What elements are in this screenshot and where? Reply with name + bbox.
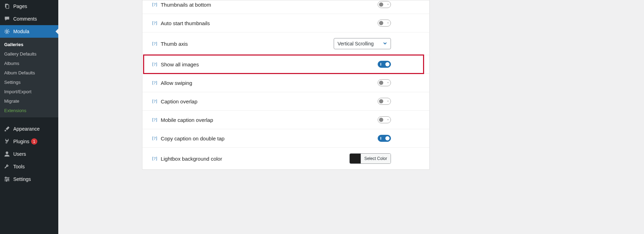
setting-label: Thumb axis (161, 41, 248, 47)
row-show-all-images: [?] Show all images (142, 55, 429, 74)
sidebar-item-label: Users (13, 151, 26, 157)
sidebar-item-plugins[interactable]: Plugins 1 (0, 135, 58, 148)
row-allow-swiping: [?] Allow swiping (142, 74, 429, 92)
show-all-images-toggle[interactable] (378, 61, 391, 68)
allow-swiping-toggle[interactable] (378, 79, 391, 86)
sidebar-item-tools[interactable]: Tools (0, 160, 58, 173)
help-icon[interactable]: [?] (152, 117, 157, 123)
svg-rect-5 (5, 177, 9, 178)
pages-icon (3, 3, 10, 10)
row-thumbnails-bottom: [?] Thumbnails at bottom (142, 0, 429, 14)
chevron-down-icon (383, 41, 387, 46)
submenu-item-gallery-defaults[interactable]: Gallery Defaults (0, 49, 58, 59)
modula-icon (3, 28, 10, 35)
sidebar-item-label: Tools (13, 164, 25, 169)
lightbox-bg-color-picker[interactable]: Select Color (349, 153, 391, 164)
brush-icon (3, 125, 10, 132)
help-icon[interactable]: [?] (152, 2, 157, 7)
submenu-item-settings[interactable]: Settings (0, 78, 58, 87)
svg-point-4 (6, 152, 8, 154)
sidebar-item-settings[interactable]: Settings (0, 173, 58, 185)
help-icon[interactable]: [?] (152, 61, 157, 67)
sidebar-item-label: Modula (13, 29, 29, 34)
help-icon[interactable]: [?] (152, 98, 157, 104)
color-swatch[interactable] (350, 154, 361, 163)
setting-label: Lightbox background color (161, 156, 248, 162)
row-copy-caption-double-tap: [?] Copy caption on double tap (142, 129, 429, 148)
sidebar-item-label: Settings (13, 176, 31, 182)
svg-point-2 (6, 30, 8, 32)
row-thumb-axis: [?] Thumb axis Vertical Scrolling (142, 32, 429, 55)
sidebar-item-label: Appearance (13, 126, 40, 132)
select-value: Vertical Scrolling (338, 41, 374, 46)
caption-overlap-toggle[interactable] (378, 98, 391, 105)
sidebar-item-label: Plugins (13, 139, 29, 144)
settings-panel: [?] Thumbnails at bottom [?] Auto start … (142, 0, 430, 170)
wrench-icon (3, 163, 10, 170)
thumb-axis-select[interactable]: Vertical Scrolling (334, 38, 391, 49)
help-icon[interactable]: [?] (152, 156, 157, 161)
row-caption-overlap: [?] Caption overlap (142, 92, 429, 111)
submenu-item-album-defaults[interactable]: Album Defaults (0, 68, 58, 78)
setting-label: Allow swiping (161, 80, 248, 86)
row-lightbox-bg-color: [?] Lightbox background color Select Col… (142, 148, 429, 169)
sidebar-item-modula[interactable]: Modula (0, 25, 58, 38)
help-icon[interactable]: [?] (152, 41, 157, 46)
submenu-item-migrate[interactable]: Migrate (0, 96, 58, 106)
user-icon (3, 151, 10, 158)
setting-label: Copy caption on double tap (161, 136, 248, 141)
sidebar-item-label: Comments (13, 16, 37, 22)
svg-rect-1 (6, 5, 9, 9)
setting-label: Auto start thumbnails (161, 20, 248, 26)
comments-icon (3, 15, 10, 22)
setting-label: Thumbnails at bottom (161, 2, 248, 8)
setting-label: Mobile caption overlap (161, 117, 248, 123)
setting-label: Show all images (161, 61, 248, 67)
svg-point-3 (5, 29, 9, 34)
sidebar-item-pages[interactable]: Pages (0, 0, 58, 13)
help-icon[interactable]: [?] (152, 20, 157, 26)
submenu-item-galleries[interactable]: Galleries (0, 40, 58, 49)
svg-rect-10 (6, 180, 7, 182)
row-mobile-caption-overlap: [?] Mobile caption overlap (142, 111, 429, 129)
update-badge: 1 (31, 138, 37, 145)
sidebar-item-appearance[interactable]: Appearance (0, 123, 58, 135)
admin-sidebar: Pages Comments Modula Galleries Gallery … (0, 0, 58, 234)
submenu-item-import-export[interactable]: Import/Export (0, 87, 58, 96)
svg-rect-6 (5, 179, 9, 180)
sidebar-item-label: Pages (13, 3, 27, 9)
plug-icon (3, 138, 10, 145)
submenu-item-albums[interactable]: Albums (0, 59, 58, 68)
setting-label: Caption overlap (161, 98, 248, 104)
sidebar-item-comments[interactable]: Comments (0, 13, 58, 25)
svg-rect-9 (8, 178, 9, 180)
submenu-item-extensions[interactable]: Extensions (0, 106, 58, 115)
thumbnails-bottom-toggle[interactable] (378, 1, 391, 8)
sidebar-submenu: Galleries Gallery Defaults Albums Album … (0, 38, 58, 117)
svg-rect-8 (6, 177, 7, 178)
select-color-button[interactable]: Select Color (361, 154, 391, 163)
sliders-icon (3, 176, 10, 183)
menu-separator (0, 117, 58, 123)
auto-start-thumbnails-toggle[interactable] (378, 20, 391, 27)
sidebar-item-users[interactable]: Users (0, 148, 58, 160)
row-auto-start-thumbnails: [?] Auto start thumbnails (142, 14, 429, 32)
help-icon[interactable]: [?] (152, 80, 157, 86)
copy-caption-double-tap-toggle[interactable] (378, 135, 391, 142)
help-icon[interactable]: [?] (152, 136, 157, 141)
main-content: [?] Thumbnails at bottom [?] Auto start … (58, 0, 644, 234)
mobile-caption-overlap-toggle[interactable] (378, 116, 391, 123)
